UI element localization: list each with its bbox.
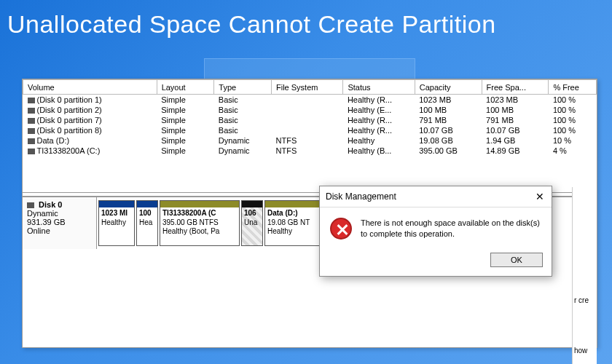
volume-icon xyxy=(28,98,35,103)
table-cell: 395.00 GB xyxy=(415,146,482,156)
partition-text: 1023 MIHealthy xyxy=(99,207,134,229)
table-row[interactable]: (Disk 0 partition 2)SimpleBasicHealthy (… xyxy=(23,105,597,115)
volume-icon xyxy=(28,128,35,134)
partition-block[interactable]: Data (D:)19.08 GB NTHealthy xyxy=(264,200,320,246)
table-cell: 791 MB xyxy=(482,115,549,125)
table-row[interactable]: TI31338200A (C:)SimpleDynamicNTFSHealthy… xyxy=(23,146,597,156)
disk-icon xyxy=(27,202,34,208)
table-cell: 1023 MB xyxy=(415,95,482,106)
table-cell xyxy=(272,95,343,106)
table-cell: Basic xyxy=(214,95,272,106)
partition-block[interactable]: 1023 MIHealthy xyxy=(98,200,135,246)
table-cell: Simple xyxy=(157,125,214,135)
table-cell: Healthy (R... xyxy=(343,95,415,106)
table-cell: Dynamic xyxy=(214,135,272,146)
column-header[interactable]: File System xyxy=(272,80,343,95)
volume-table: VolumeLayoutTypeFile SystemStatusCapacit… xyxy=(23,79,597,156)
close-icon[interactable]: ✕ xyxy=(534,191,546,202)
dialog-title: Disk Management xyxy=(326,191,396,202)
table-cell: 1.94 GB xyxy=(482,135,549,146)
disk-state: Online xyxy=(27,226,50,235)
partition-block[interactable]: 106Una xyxy=(241,200,263,246)
table-cell: (Disk 0 partition 2) xyxy=(23,105,157,115)
table-cell xyxy=(272,115,343,125)
table-cell: 100 MB xyxy=(482,105,549,115)
ok-button[interactable]: OK xyxy=(490,253,543,267)
table-cell: (Disk 0 partition 8) xyxy=(23,125,157,135)
disk-size: 931.39 GB xyxy=(27,218,66,226)
partition-stripe xyxy=(265,201,319,207)
table-cell: Healthy (R... xyxy=(343,125,415,135)
table-cell: 100 % xyxy=(549,125,597,135)
cutoff-panel: r cre how xyxy=(572,187,597,364)
cut-text-2: how xyxy=(573,347,597,355)
error-dialog: Disk Management ✕ There is not enough sp… xyxy=(319,186,552,277)
table-row[interactable]: (Disk 0 partition 1)SimpleBasicHealthy (… xyxy=(23,95,597,106)
column-header[interactable]: Free Spa... xyxy=(482,80,549,95)
disk-name: Disk 0 xyxy=(39,200,62,209)
table-cell: (Disk 0 partition 7) xyxy=(23,115,157,125)
table-cell: 100 % xyxy=(549,115,597,125)
table-cell: Basic xyxy=(214,105,272,115)
table-cell xyxy=(272,105,343,115)
partition-stripe xyxy=(137,201,157,207)
table-cell: 1023 MB xyxy=(482,95,549,106)
dialog-message: There is not enough space available on t… xyxy=(361,218,541,240)
table-cell: Healthy (E... xyxy=(343,105,415,115)
cut-text-1: r cre xyxy=(573,296,597,304)
partition-text: Data (D:)19.08 GB NTHealthy xyxy=(265,207,319,238)
table-cell: TI31338200A (C:) xyxy=(23,146,157,156)
table-row[interactable]: Data (D:)SimpleDynamicNTFSHealthy19.08 G… xyxy=(23,135,597,146)
table-cell: 10.07 GB xyxy=(482,125,549,135)
table-cell: (Disk 0 partition 1) xyxy=(23,95,157,106)
partition-text: TI31338200A (C395.00 GB NTFSHealthy (Boo… xyxy=(160,207,239,238)
page-title: Unallocated Space Cannot Create Partitio… xyxy=(0,0,612,44)
table-cell: NTFS xyxy=(272,135,343,146)
partition-block[interactable]: TI31338200A (C395.00 GB NTFSHealthy (Boo… xyxy=(160,200,240,246)
table-cell: Simple xyxy=(157,105,214,115)
volume-icon xyxy=(28,108,35,114)
partition-text: 100Hea xyxy=(137,207,157,229)
disk-type: Dynamic xyxy=(27,209,58,218)
table-cell: Simple xyxy=(157,135,214,146)
column-header[interactable]: Volume xyxy=(23,80,157,95)
table-cell: NTFS xyxy=(272,146,343,156)
disk-label-panel: Disk 0 Dynamic 931.39 GB Online xyxy=(23,197,97,249)
column-header[interactable]: Layout xyxy=(157,80,214,95)
table-cell: 100 % xyxy=(549,105,597,115)
dialog-titlebar[interactable]: Disk Management ✕ xyxy=(320,186,552,207)
column-header[interactable]: % Free xyxy=(549,80,597,95)
table-cell: Healthy (B... xyxy=(343,146,415,156)
partition-block[interactable]: 100Hea xyxy=(136,200,158,246)
partition-stripe xyxy=(160,201,239,207)
table-cell: 100 % xyxy=(549,95,597,106)
table-cell: Healthy xyxy=(343,135,415,146)
volume-icon xyxy=(28,149,35,154)
partition-stripe xyxy=(99,201,134,207)
table-cell: Dynamic xyxy=(214,146,272,156)
table-cell: 791 MB xyxy=(415,115,482,125)
table-row[interactable]: (Disk 0 partition 8)SimpleBasicHealthy (… xyxy=(23,125,597,135)
table-cell: 14.89 GB xyxy=(482,146,549,156)
table-cell xyxy=(272,125,343,135)
table-cell: Basic xyxy=(214,115,272,125)
table-cell: Basic xyxy=(214,125,272,135)
error-icon xyxy=(330,218,352,240)
partition-text: 106Una xyxy=(242,207,262,229)
table-cell: Data (D:) xyxy=(23,135,157,146)
volume-icon xyxy=(28,118,35,124)
table-cell: 4 % xyxy=(549,146,597,156)
table-row[interactable]: (Disk 0 partition 7)SimpleBasicHealthy (… xyxy=(23,115,597,125)
column-header[interactable]: Status xyxy=(343,80,415,95)
table-cell: 10.07 GB xyxy=(415,125,482,135)
partition-stripe xyxy=(242,201,262,207)
table-cell: Healthy (R... xyxy=(343,115,415,125)
table-cell: Simple xyxy=(157,146,214,156)
column-header[interactable]: Type xyxy=(214,80,272,95)
table-cell: Simple xyxy=(157,95,214,106)
table-cell: 100 MB xyxy=(415,105,482,115)
table-cell: 10 % xyxy=(549,135,597,146)
table-cell: 19.08 GB xyxy=(415,135,482,146)
table-cell: Simple xyxy=(157,115,214,125)
column-header[interactable]: Capacity xyxy=(415,80,482,95)
